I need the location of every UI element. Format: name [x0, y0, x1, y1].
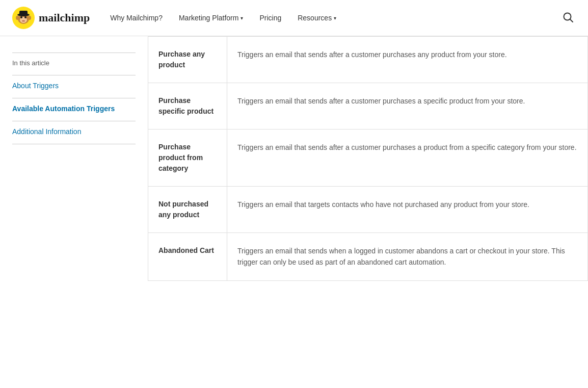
table-row: Purchase specific productTriggers an ema…: [148, 83, 588, 130]
svg-rect-9: [19, 11, 28, 15]
triggers-table: Purchase any productTriggers an email th…: [148, 36, 588, 281]
sidebar-top-divider: [12, 53, 136, 53]
sidebar-section-title: In this article: [12, 59, 136, 67]
svg-point-7: [28, 16, 31, 20]
trigger-description-cell: Triggers an email that sends after a cus…: [227, 37, 588, 83]
sidebar-link-about-triggers[interactable]: About Triggers: [12, 82, 136, 90]
svg-point-5: [22, 20, 25, 22]
mailchimp-logo-icon: [12, 7, 35, 29]
trigger-description-cell: Triggers an email that sends when a logg…: [227, 233, 588, 281]
site-header: mailchimp Why Mailchimp? Marketing Platf…: [0, 0, 588, 36]
trigger-name-cell: Purchase product from category: [148, 130, 227, 187]
svg-point-4: [24, 16, 26, 18]
nav-why-mailchimp[interactable]: Why Mailchimp?: [110, 14, 163, 22]
trigger-description-cell: Triggers an email that targets contacts …: [227, 187, 588, 233]
main-container: In this article About Triggers Available…: [0, 36, 588, 281]
sidebar-divider-2: [12, 98, 136, 98]
sidebar-divider-4: [12, 144, 136, 144]
nav-pricing[interactable]: Pricing: [259, 14, 281, 22]
mailchimp-wordmark: mailchimp: [39, 11, 90, 24]
trigger-name-cell: Abandoned Cart: [148, 233, 227, 281]
nav-marketing-platform[interactable]: Marketing Platform ▾: [179, 14, 243, 22]
chevron-down-icon: ▾: [240, 15, 243, 21]
trigger-name-cell: Purchase specific product: [148, 83, 227, 130]
main-nav: Why Mailchimp? Marketing Platform ▾ Pric…: [110, 14, 560, 22]
trigger-name-cell: Not purchased any product: [148, 187, 227, 233]
sidebar-link-available-triggers[interactable]: Available Automation Triggers: [12, 105, 136, 113]
table-row: Abandoned CartTriggers an email that sen…: [148, 233, 588, 281]
table-row: Not purchased any productTriggers an ema…: [148, 187, 588, 233]
logo-area[interactable]: mailchimp: [12, 7, 90, 29]
svg-point-3: [20, 16, 22, 18]
svg-line-11: [570, 19, 573, 22]
table-row: Purchase any productTriggers an email th…: [148, 37, 588, 83]
sidebar-link-additional-info[interactable]: Additional Information: [12, 127, 136, 136]
search-button[interactable]: [560, 10, 576, 27]
svg-point-6: [16, 16, 19, 20]
sidebar-divider-1: [12, 75, 136, 75]
table-row: Purchase product from categoryTriggers a…: [148, 130, 588, 187]
trigger-description-cell: Triggers an email that sends after a cus…: [227, 83, 588, 130]
sidebar-divider-3: [12, 121, 136, 121]
trigger-description-cell: Triggers an email that sends after a cus…: [227, 130, 588, 187]
search-icon: [563, 12, 574, 23]
nav-resources[interactable]: Resources ▾: [298, 14, 336, 22]
chevron-down-icon: ▾: [334, 15, 336, 21]
sidebar: In this article About Triggers Available…: [0, 36, 148, 281]
content-area: Purchase any productTriggers an email th…: [148, 36, 588, 281]
trigger-name-cell: Purchase any product: [148, 37, 227, 83]
